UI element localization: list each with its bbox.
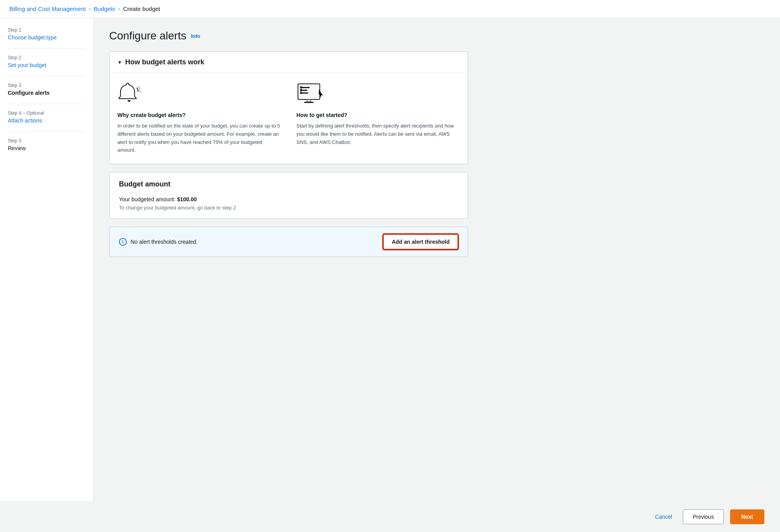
budget-amount-content: Budget amount Your budgeted amount: $100…: [110, 172, 468, 218]
sidebar-step5-text: Review: [8, 145, 85, 151]
sidebar-step-4: Step 4 – Optional Attach actions: [8, 110, 85, 124]
why-alerts-title: Why create budget alerts?: [117, 112, 281, 118]
bell-icon: [117, 82, 141, 106]
sidebar-step4-link[interactable]: Attach actions: [8, 117, 85, 124]
info-circle-icon: i: [119, 238, 127, 246]
alerts-info-body: Why create budget alerts? In order to be…: [110, 73, 468, 164]
sidebar: Step 1 Choose budget type Step 2 Set you…: [0, 18, 94, 502]
no-alerts-text: No alert thresholds created.: [131, 239, 198, 245]
breadcrumb-bar: Billing and Cost Management › Budgets › …: [0, 0, 780, 18]
monitor-icon-area: [296, 82, 460, 106]
alerts-section-why: Why create budget alerts? In order to be…: [117, 73, 281, 154]
breadcrumb-budgets[interactable]: Budgets: [94, 5, 115, 12]
cancel-button[interactable]: Cancel: [651, 511, 677, 523]
alerts-info-card: ▼ How budget alerts work: [109, 51, 468, 164]
sidebar-step-2: Step 2 Set your budget: [8, 55, 85, 68]
divider-4: [8, 131, 85, 132]
bell-icon-area: [117, 82, 281, 106]
svg-rect-7: [307, 99, 311, 102]
why-alerts-text: In order to be notified on the state of …: [117, 122, 281, 154]
content-row: Step 1 Choose budget type Step 2 Set you…: [0, 18, 780, 502]
monitor-icon: [296, 82, 328, 106]
budget-amount-value: $100.00: [177, 196, 197, 202]
alert-threshold-section: i No alert thresholds created. Add an al…: [109, 227, 468, 257]
howto-text: Start by defining alert thresholds, then…: [296, 122, 460, 146]
page-wrapper: Billing and Cost Management › Budgets › …: [0, 0, 780, 532]
alerts-section-howto: How to get started? Start by defining al…: [296, 73, 460, 154]
svg-rect-0: [298, 84, 320, 99]
breadcrumb-sep-1: ›: [89, 6, 90, 12]
no-alerts-row: i No alert thresholds created.: [119, 238, 198, 246]
bottom-nav: Cancel Previous Next: [0, 502, 780, 532]
breadcrumb-billing[interactable]: Billing and Cost Management: [9, 5, 86, 12]
page-title-row: Configure alerts Info: [109, 30, 468, 42]
sidebar-step1-link[interactable]: Choose budget type: [8, 34, 85, 41]
main-content: Configure alerts Info ▼ How budget alert…: [94, 18, 484, 502]
page-title: Configure alerts: [109, 30, 186, 42]
sidebar-step2-link[interactable]: Set your budget: [8, 62, 85, 68]
step3-label: Step 3: [8, 83, 85, 88]
divider-1: [8, 48, 85, 49]
add-alert-threshold-button[interactable]: Add an alert threshold: [383, 234, 458, 250]
howto-title: How to get started?: [296, 112, 460, 118]
divider-3: [8, 104, 85, 104]
breadcrumb-current: Create budget: [123, 5, 160, 12]
collapse-icon: ▼: [117, 60, 122, 65]
budget-amount-card: Budget amount Your budgeted amount: $100…: [109, 172, 468, 219]
alerts-info-card-header[interactable]: ▼ How budget alerts work: [110, 52, 468, 73]
divider-2: [8, 76, 85, 76]
step4-label: Step 4 – Optional: [8, 110, 85, 116]
sidebar-step-1: Step 1 Choose budget type: [8, 27, 85, 41]
svg-rect-8: [304, 102, 314, 103]
previous-button[interactable]: Previous: [683, 509, 723, 524]
step1-label: Step 1: [8, 27, 85, 33]
step2-label: Step 2: [8, 55, 85, 60]
alerts-info-title: How budget alerts work: [125, 58, 204, 66]
next-button[interactable]: Next: [730, 509, 764, 524]
budget-hint: To change your budgeted amount, go back …: [119, 205, 458, 211]
sidebar-step3-active: Configure alerts: [8, 90, 85, 96]
budget-amount-row: Your budgeted amount: $100.00: [119, 196, 458, 202]
sidebar-step-5: Step 5 Review: [8, 138, 85, 151]
info-link[interactable]: Info: [191, 33, 200, 39]
budget-amount-title: Budget amount: [119, 180, 458, 188]
budget-amount-label: Your budgeted amount:: [119, 196, 176, 202]
step5-label: Step 5: [8, 138, 85, 144]
breadcrumb-sep-2: ›: [118, 6, 120, 12]
sidebar-step-3: Step 3 Configure alerts: [8, 83, 85, 96]
